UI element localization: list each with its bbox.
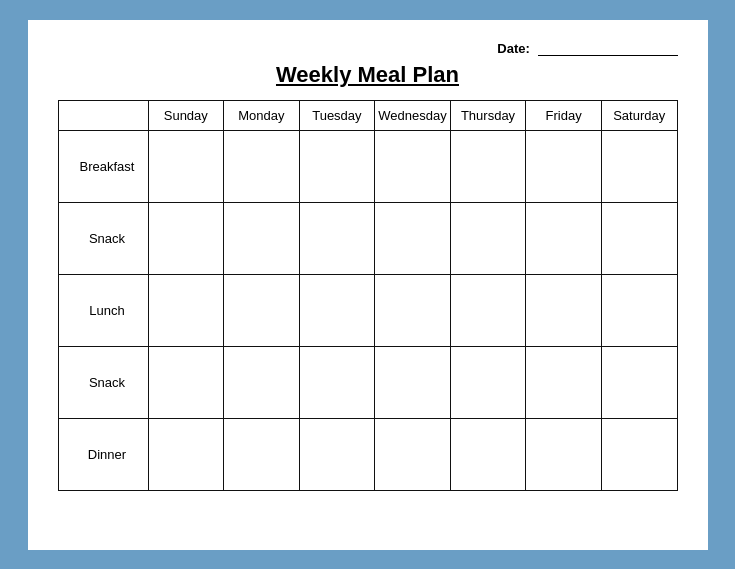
cell-snack1-friday[interactable] — [526, 202, 602, 274]
row-label-snack2: Snack — [58, 346, 148, 418]
header-sunday: Sunday — [148, 100, 224, 130]
header-saturday: Saturday — [601, 100, 677, 130]
cell-breakfast-monday[interactable] — [224, 130, 300, 202]
meal-plan-table: Sunday Monday Tuesday Wednesday Thursday… — [58, 100, 678, 491]
cell-snack1-wednesday[interactable] — [375, 202, 451, 274]
table-row: Snack — [58, 202, 677, 274]
cell-snack2-thursday[interactable] — [450, 346, 526, 418]
header-friday: Friday — [526, 100, 602, 130]
cell-lunch-wednesday[interactable] — [375, 274, 451, 346]
cell-snack2-tuesday[interactable] — [299, 346, 375, 418]
cell-snack1-monday[interactable] — [224, 202, 300, 274]
header-wednesday: Wednesday — [375, 100, 451, 130]
date-label: Date: — [497, 41, 530, 56]
header-thursday: Thursday — [450, 100, 526, 130]
cell-lunch-thursday[interactable] — [450, 274, 526, 346]
cell-dinner-friday[interactable] — [526, 418, 602, 490]
page: Date: Weekly Meal Plan Sunday Monday Tue… — [28, 20, 708, 550]
cell-dinner-wednesday[interactable] — [375, 418, 451, 490]
cell-dinner-sunday[interactable] — [148, 418, 224, 490]
cell-lunch-friday[interactable] — [526, 274, 602, 346]
cell-snack1-sunday[interactable] — [148, 202, 224, 274]
cell-breakfast-friday[interactable] — [526, 130, 602, 202]
table-header-row: Sunday Monday Tuesday Wednesday Thursday… — [58, 100, 677, 130]
cell-breakfast-sunday[interactable] — [148, 130, 224, 202]
row-label-snack1: Snack — [58, 202, 148, 274]
date-line: Date: — [58, 40, 678, 56]
cell-snack2-sunday[interactable] — [148, 346, 224, 418]
page-title: Weekly Meal Plan — [58, 62, 678, 88]
cell-dinner-monday[interactable] — [224, 418, 300, 490]
cell-lunch-tuesday[interactable] — [299, 274, 375, 346]
date-underline — [538, 40, 678, 56]
cell-lunch-monday[interactable] — [224, 274, 300, 346]
cell-dinner-thursday[interactable] — [450, 418, 526, 490]
cell-snack2-friday[interactable] — [526, 346, 602, 418]
row-label-lunch: Lunch — [58, 274, 148, 346]
table-row: Dinner — [58, 418, 677, 490]
header-label-col — [58, 100, 148, 130]
cell-lunch-sunday[interactable] — [148, 274, 224, 346]
header-monday: Monday — [224, 100, 300, 130]
cell-snack2-wednesday[interactable] — [375, 346, 451, 418]
cell-dinner-tuesday[interactable] — [299, 418, 375, 490]
cell-breakfast-thursday[interactable] — [450, 130, 526, 202]
cell-lunch-saturday[interactable] — [601, 274, 677, 346]
row-label-breakfast: Breakfast — [58, 130, 148, 202]
table-row: Snack — [58, 346, 677, 418]
table-row: Breakfast — [58, 130, 677, 202]
cell-snack1-saturday[interactable] — [601, 202, 677, 274]
table-row: Lunch — [58, 274, 677, 346]
cell-breakfast-tuesday[interactable] — [299, 130, 375, 202]
header-tuesday: Tuesday — [299, 100, 375, 130]
cell-snack1-thursday[interactable] — [450, 202, 526, 274]
cell-snack2-saturday[interactable] — [601, 346, 677, 418]
cell-snack1-tuesday[interactable] — [299, 202, 375, 274]
cell-snack2-monday[interactable] — [224, 346, 300, 418]
cell-breakfast-wednesday[interactable] — [375, 130, 451, 202]
cell-dinner-saturday[interactable] — [601, 418, 677, 490]
cell-breakfast-saturday[interactable] — [601, 130, 677, 202]
row-label-dinner: Dinner — [58, 418, 148, 490]
